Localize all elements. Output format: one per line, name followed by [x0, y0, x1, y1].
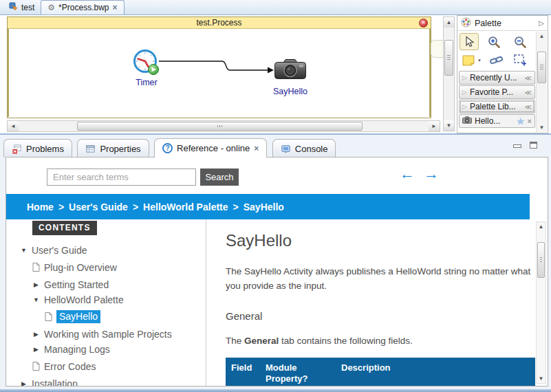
- timer-node[interactable]: [132, 48, 160, 78]
- toc-item-sayhello[interactable]: SayHello: [6, 310, 206, 323]
- pin-icon[interactable]: ≪: [525, 103, 532, 111]
- maximize-icon[interactable]: [530, 142, 537, 149]
- scroll-right-icon[interactable]: ►: [429, 121, 440, 131]
- scroll-up-icon[interactable]: ▲: [537, 222, 545, 231]
- toc-item-error-codes[interactable]: Error Codes: [6, 360, 206, 373]
- pin-icon[interactable]: ≪: [525, 74, 532, 82]
- zoom-out-icon: [513, 35, 527, 49]
- tree-expanded-icon[interactable]: ▼: [20, 247, 28, 254]
- camera-icon: [274, 58, 306, 79]
- scroll-up-icon[interactable]: ▲: [537, 32, 547, 41]
- reference-scrollbar[interactable]: ▲ ▼: [536, 221, 546, 384]
- transition-connector[interactable]: [156, 56, 281, 74]
- toc-item-users-guide[interactable]: ▼ User's Guide: [6, 243, 206, 257]
- document-icon: [32, 263, 40, 272]
- palette-header[interactable]: Palette ▷: [457, 16, 548, 31]
- cursor-icon: [463, 36, 475, 48]
- editor-tab-process-bwp[interactable]: ⚙ *Process.bwp ×: [41, 0, 124, 14]
- editor-tab-bar: test ⚙ *Process.bwp ×: [0, 0, 551, 15]
- breadcrumb-separator: >: [58, 202, 64, 213]
- scroll-left-icon[interactable]: ◄: [8, 121, 19, 131]
- marquee-tool-button[interactable]: [510, 51, 530, 68]
- breadcrumb-sayhello[interactable]: SayHello: [244, 202, 284, 213]
- favorite-star-icon[interactable]: ★: [517, 116, 525, 127]
- view-tab-console[interactable]: Console: [272, 139, 336, 157]
- toc-item-managing-logs[interactable]: ▶ Managing Logs: [6, 342, 206, 356]
- scrollbar-thumb[interactable]: [537, 52, 546, 83]
- table-of-contents: ▼ User's Guide Plug-in Overview ▶ Gettin…: [6, 241, 206, 386]
- scrollbar-track: [19, 121, 429, 131]
- close-icon[interactable]: ×: [528, 117, 532, 125]
- scroll-down-icon[interactable]: ▼: [537, 123, 547, 132]
- search-input[interactable]: [47, 168, 196, 186]
- scrollbar-thumb[interactable]: [537, 242, 545, 278]
- link-icon: [490, 56, 504, 65]
- canvas-body[interactable]: Timer SayHello: [8, 29, 431, 117]
- view-controls: [513, 142, 537, 149]
- view-tab-reference-online[interactable]: ? Reference - online ×: [154, 138, 267, 157]
- canvas-title-bar: test.Process ×: [8, 17, 431, 29]
- palette-tools: ▼: [458, 32, 536, 70]
- canvas-close-icon[interactable]: ×: [419, 19, 428, 28]
- note-tool-button[interactable]: ▼: [460, 52, 484, 69]
- forward-arrow-icon[interactable]: →: [424, 165, 439, 183]
- note-icon: [462, 55, 476, 66]
- palette-icon: [461, 17, 471, 30]
- palette-drawer-recently-used[interactable]: ▷ Recently U... ≪: [459, 71, 535, 85]
- scroll-down-icon[interactable]: ▼: [444, 120, 454, 131]
- palette-drawer-favorite[interactable]: ▷ Favorite P... ≪: [459, 85, 535, 99]
- tree-expanded-icon[interactable]: ▼: [32, 296, 40, 303]
- palette-collapse-icon[interactable]: ▷: [539, 19, 544, 27]
- toc-item-installation[interactable]: ▶ Installation: [6, 377, 206, 386]
- timer-node-label: Timer: [119, 78, 174, 87]
- select-tool-button[interactable]: [460, 33, 479, 50]
- document-icon: [32, 362, 40, 371]
- scroll-down-icon[interactable]: ▼: [537, 374, 545, 383]
- canvas-title: test.Process: [196, 18, 241, 28]
- close-icon[interactable]: ×: [254, 145, 259, 152]
- tree-collapsed-icon[interactable]: ▶: [32, 281, 40, 288]
- toc-item-plug-in-overview[interactable]: Plug-in Overview: [6, 261, 206, 274]
- drawer-arrow-icon: ▷: [462, 89, 467, 96]
- view-tab-properties[interactable]: Properties: [77, 139, 149, 157]
- col-header-description: Description: [336, 358, 535, 386]
- palette-scrollbar[interactable]: ▲ ▼: [536, 32, 547, 132]
- toc-item-working-with-sample-projects[interactable]: ▶ Working with Sample Projects: [6, 327, 206, 340]
- help-icon: ?: [162, 143, 173, 153]
- scrollbar-thumb[interactable]: [444, 40, 453, 76]
- breadcrumb-home[interactable]: Home: [27, 202, 54, 213]
- search-button[interactable]: Search: [200, 168, 239, 186]
- gear-icon: ⚙: [47, 3, 55, 12]
- view-tab-problems[interactable]: Problems: [3, 139, 72, 157]
- minimize-icon[interactable]: [513, 144, 521, 148]
- contents-header: CONTENTS: [32, 221, 97, 235]
- zoom-in-button[interactable]: [484, 33, 504, 50]
- back-arrow-icon[interactable]: ←: [400, 165, 415, 183]
- breadcrumb-users-guide[interactable]: User's Guide: [69, 202, 128, 213]
- tree-collapsed-icon[interactable]: ▶: [32, 346, 40, 353]
- section-heading: General: [226, 310, 534, 322]
- canvas-vertical-scrollbar[interactable]: ▲ ▼: [443, 17, 455, 131]
- canvas-horizontal-scrollbar[interactable]: ◄ ►: [7, 120, 440, 132]
- palette-drawer-library[interactable]: ▷ Palette Lib... ≪: [459, 100, 535, 113]
- toc-item-helloworld-palette[interactable]: ▼ HelloWorld Palette: [6, 293, 206, 306]
- sayhello-node[interactable]: [274, 58, 306, 82]
- breadcrumb-helloworld-palette[interactable]: HelloWorld Palette: [143, 202, 228, 213]
- dropdown-caret-icon[interactable]: ▼: [477, 58, 482, 63]
- tree-collapsed-icon[interactable]: ▶: [32, 331, 40, 338]
- drawer-label: Recently U...: [470, 73, 517, 83]
- toc-item-getting-started[interactable]: ▶ Getting Started: [6, 278, 206, 291]
- console-icon: [281, 144, 291, 154]
- scroll-up-icon[interactable]: ▲: [444, 17, 454, 28]
- breadcrumb-separator: >: [233, 202, 239, 213]
- tree-collapsed-icon[interactable]: ▶: [20, 380, 28, 387]
- palette-drawer-helloworld[interactable]: Hello... ★ ×: [459, 114, 535, 128]
- editor-tab-test[interactable]: test: [2, 0, 41, 14]
- scrollbar-thumb[interactable]: [77, 122, 363, 131]
- zoom-out-button[interactable]: [510, 33, 530, 50]
- view-tab-bar: Problems Properties ? Reference - online…: [0, 135, 551, 157]
- pin-icon[interactable]: ≪: [525, 89, 532, 96]
- link-tool-button[interactable]: [487, 52, 506, 69]
- close-icon[interactable]: ×: [112, 4, 117, 11]
- editor-tab-label: *Process.bwp: [58, 3, 109, 12]
